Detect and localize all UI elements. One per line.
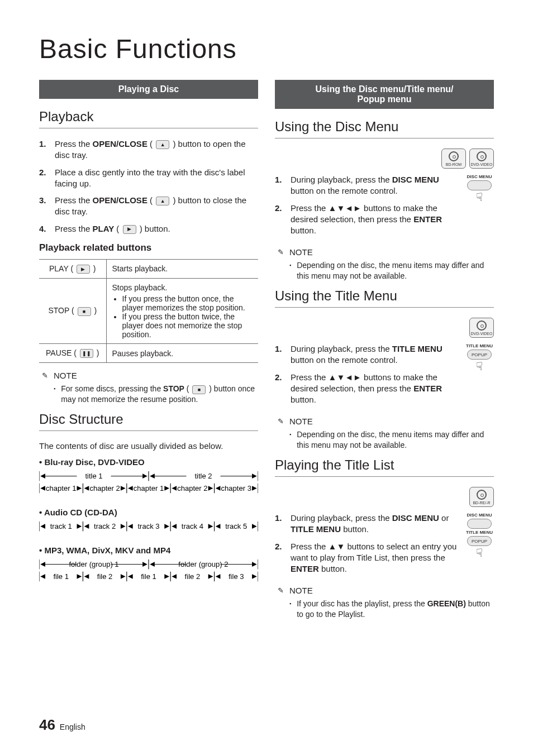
svg-marker-14 <box>40 486 45 491</box>
step-item: 2.Press the ▲▼◄► buttons to make the des… <box>275 372 459 406</box>
button-icon: ■ <box>78 307 91 316</box>
step-item: 3.Press the OPEN/CLOSE ( ▲ ) button to c… <box>39 195 258 218</box>
bullet-square-icon: ▪ <box>289 262 291 281</box>
svg-marker-85 <box>216 575 221 580</box>
note-icon: ✎ <box>275 586 286 595</box>
svg-text:file 3: file 3 <box>229 572 244 581</box>
struct-diagram: track 1track 2track 3track 4track 5 <box>39 520 258 541</box>
button-icon: ▲ <box>156 197 169 205</box>
stop-icon: ■ <box>192 385 206 394</box>
svg-marker-41 <box>121 524 126 529</box>
svg-marker-20 <box>121 486 126 491</box>
remote-illustration: TITLE MENUPOPUP☟ <box>465 343 494 372</box>
heading-disc-structure: Disc Structure <box>39 412 258 431</box>
disc-badge: DVD-VIDEO <box>469 318 494 338</box>
svg-marker-75 <box>121 575 126 580</box>
svg-marker-69 <box>40 575 45 580</box>
svg-text:chapter 1: chapter 1 <box>46 484 76 492</box>
bullet-square-icon: ▪ <box>289 600 291 620</box>
table-row: PLAY ( ▶ )Starts playback. <box>39 259 258 278</box>
svg-text:chapter 3: chapter 3 <box>221 484 251 492</box>
svg-text:title 2: title 2 <box>194 472 212 480</box>
svg-marker-60 <box>142 562 147 567</box>
disc-badges: BD-ROMDVD-VIDEO <box>275 149 494 169</box>
svg-marker-26 <box>172 486 177 491</box>
note-header: ✎ NOTE <box>275 417 494 426</box>
left-column: Playing a Disc Playback 1.Press the OPEN… <box>39 80 258 626</box>
button-icon: ▲ <box>156 140 169 149</box>
note-body: ▪ If your disc has the playlist, press t… <box>289 599 494 620</box>
svg-marker-1 <box>40 473 45 479</box>
step-item: 1.During playback, press the DISC MENU o… <box>275 513 459 535</box>
svg-marker-49 <box>208 524 213 529</box>
svg-marker-37 <box>77 524 82 529</box>
svg-marker-11 <box>252 473 257 479</box>
svg-marker-47 <box>172 524 177 529</box>
button-icon: ▶ <box>77 265 90 274</box>
svg-marker-53 <box>252 524 257 529</box>
svg-text:track 5: track 5 <box>225 522 247 530</box>
note-text: For some discs, pressing the STOP ( ■ ) … <box>61 384 258 405</box>
step-item: 1.During playback, press the TITLE MENU … <box>275 343 459 366</box>
svg-text:title 1: title 1 <box>85 472 102 480</box>
note-header: ✎ NOTE <box>275 586 494 595</box>
page-number: 46 <box>39 716 55 733</box>
svg-marker-73 <box>84 575 89 580</box>
note-label: NOTE <box>289 417 313 426</box>
svg-marker-71 <box>77 575 82 580</box>
svg-marker-28 <box>208 486 213 491</box>
svg-marker-30 <box>216 486 221 491</box>
struct-intro: The contents of disc are usually divided… <box>39 441 258 451</box>
svg-marker-87 <box>252 575 257 580</box>
step-list: 1.During playback, press the TITLE MENU … <box>275 343 459 405</box>
struct-head: MP3, WMA, DivX, MKV and MP4 <box>39 546 258 555</box>
right-column: Using the Disc menu/Title menu/ Popup me… <box>275 80 494 626</box>
note-header: ✎ NOTE <box>39 371 258 380</box>
playback-buttons-table: PLAY ( ▶ )Starts playback.STOP ( ■ )Stop… <box>39 259 258 363</box>
playback-steps: 1.Press the OPEN/CLOSE ( ▲ ) button to o… <box>39 138 258 235</box>
svg-text:file 1: file 1 <box>53 572 69 581</box>
bullet-square-icon: ▪ <box>289 431 291 451</box>
svg-text:chapter 2: chapter 2 <box>89 484 120 492</box>
hand-icon: ☟ <box>465 361 494 372</box>
svg-marker-66 <box>252 562 257 567</box>
note-body: ▪ For some discs, pressing the STOP ( ■ … <box>54 384 258 405</box>
step-list: 1.During playback, press the DISC MENU b… <box>275 174 459 236</box>
svg-text:track 1: track 1 <box>50 522 72 530</box>
note-body: ▪ Depending on the disc, the menu items … <box>289 260 494 281</box>
svg-marker-56 <box>40 562 45 567</box>
svg-marker-83 <box>208 575 213 580</box>
note-body: ▪ Depending on the disc, the menu items … <box>289 429 494 451</box>
svg-text:track 4: track 4 <box>182 522 203 530</box>
page-footer: 46 English <box>39 716 85 734</box>
note-icon: ✎ <box>39 371 50 380</box>
note-icon: ✎ <box>275 248 286 257</box>
svg-marker-77 <box>128 575 133 580</box>
heading-playback: Playback <box>39 109 258 128</box>
disc-badge: BD-ROM <box>441 149 466 169</box>
svg-marker-79 <box>164 575 169 580</box>
svg-marker-7 <box>150 473 155 479</box>
note-label: NOTE <box>54 371 77 380</box>
table-row: PAUSE ( ❚❚ )Pauses playback. <box>39 344 258 363</box>
step-item: 1.Press the OPEN/CLOSE ( ▲ ) button to o… <box>39 138 258 161</box>
svg-text:file 1: file 1 <box>141 572 156 581</box>
hand-icon: ☟ <box>465 547 494 558</box>
step-item: 4.Press the PLAY ( ▶ ) button. <box>39 223 258 235</box>
svg-marker-39 <box>84 524 89 529</box>
disc-structure-diagrams: Blu-ray Disc, DVD-VIDEOtitle 1title 2cha… <box>39 457 258 591</box>
step-list: 1.During playback, press the DISC MENU o… <box>275 513 459 575</box>
struct-diagram: title 1title 2chapter 1chapter 2chapter … <box>39 470 258 503</box>
hand-icon: ☟ <box>465 192 494 203</box>
svg-marker-51 <box>216 524 221 529</box>
section-bar-playing-disc: Playing a Disc <box>39 80 258 99</box>
struct-head: Audio CD (CD-DA) <box>39 508 258 517</box>
note-text: Depending on the disc, the menu items ma… <box>297 429 494 451</box>
button-icon: ▶ <box>123 225 136 234</box>
page-language: English <box>60 722 85 731</box>
svg-marker-24 <box>164 486 169 491</box>
svg-marker-81 <box>172 575 177 580</box>
svg-marker-35 <box>40 524 45 529</box>
svg-text:track 3: track 3 <box>137 522 159 530</box>
content-columns: Playing a Disc Playback 1.Press the OPEN… <box>39 80 494 626</box>
